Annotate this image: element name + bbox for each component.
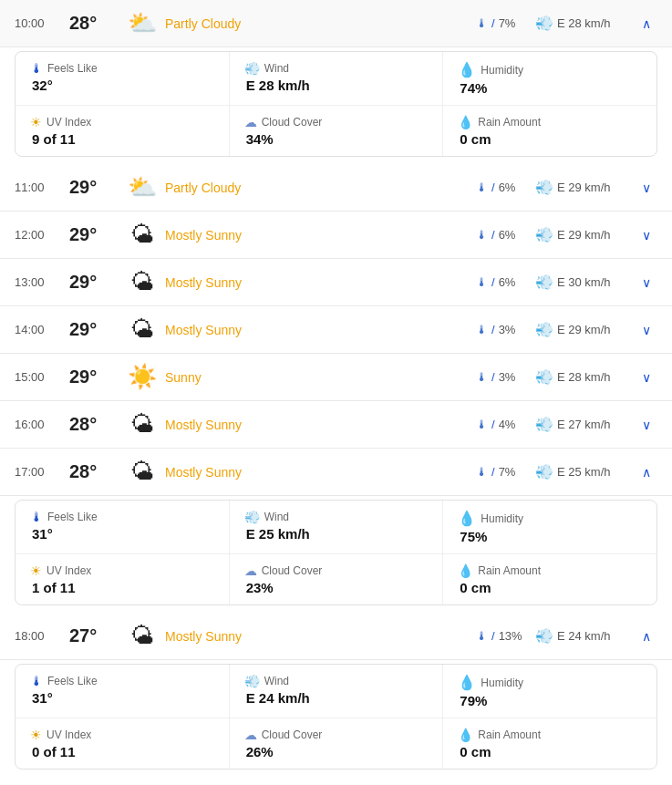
expand-chevron[interactable]: ∨ <box>636 370 657 385</box>
condition-label: Mostly Sunny <box>165 275 476 290</box>
hour-row[interactable]: 15:00 29° ☀️ Sunny 🌡 / 3% 💨 E 28 km/h ∨ <box>0 354 672 401</box>
temperature: 27° <box>69 625 119 646</box>
rain-drop-icon: 🌡 <box>476 228 488 242</box>
detail-row-bottom: ☀ UV Index 1 of 11 ☁ Cloud Cover 23% 💧 <box>16 554 656 604</box>
time-label: 10:00 <box>15 16 69 30</box>
hour-row[interactable]: 18:00 27° 🌤 Mostly Sunny 🌡 / 13% 💨 E 24 … <box>0 613 672 660</box>
weather-icon: 🌤 <box>119 268 165 296</box>
rain-probability: 🌡 / 13% <box>476 629 535 643</box>
wind-icon: 💨 <box>535 321 553 338</box>
hour-row[interactable]: 10:00 28° ⛅ Partly Cloudy 🌡 / 7% 💨 E 28 … <box>0 0 672 47</box>
expand-chevron[interactable]: ∧ <box>636 16 657 31</box>
weather-icon: 🌤 <box>119 410 165 439</box>
expand-chevron[interactable]: ∨ <box>636 418 657 432</box>
hour-row[interactable]: 17:00 28° 🌤 Mostly Sunny 🌡 / 7% 💨 E 25 k… <box>0 449 672 496</box>
detail-row-top: 🌡 Feels Like 31° 💨 Wind E 25 km/h 💧 H <box>16 501 656 554</box>
wind-speed: 💨 E 27 km/h <box>535 416 636 433</box>
feels-like-cell: 🌡 Feels Like 31° <box>16 665 230 718</box>
cloud-icon: ☁ <box>244 728 257 742</box>
wind-value: E 28 km/h <box>244 77 429 93</box>
expand-chevron[interactable]: ∨ <box>636 275 657 290</box>
rain-drop-icon: 🌡 <box>476 323 488 336</box>
time-label: 18:00 <box>15 629 69 643</box>
time-label: 12:00 <box>15 228 69 242</box>
wind-icon: 💨 <box>535 179 553 196</box>
uv-cell: ☀ UV Index 0 of 11 <box>16 718 230 769</box>
detail-panel: 🌡 Feels Like 31° 💨 Wind E 24 km/h 💧 H <box>15 664 657 770</box>
weather-app: 10:00 28° ⛅ Partly Cloudy 🌡 / 7% 💨 E 28 … <box>0 0 672 770</box>
uv-label: ☀ UV Index <box>30 115 214 129</box>
rain-amount-value: 0 cm <box>458 580 642 595</box>
time-label: 13:00 <box>15 275 69 289</box>
detail-panel: 🌡 Feels Like 31° 💨 Wind E 25 km/h 💧 H <box>15 500 657 605</box>
temperature: 29° <box>69 177 119 198</box>
hour-row[interactable]: 12:00 29° 🌤 Mostly Sunny 🌡 / 6% 💨 E 29 k… <box>0 212 672 259</box>
humidity-value: 79% <box>458 693 642 708</box>
wind-detail-icon: 💨 <box>244 61 260 76</box>
expand-chevron[interactable]: ∧ <box>636 465 657 480</box>
condition-label: Mostly Sunny <box>165 629 476 644</box>
hour-row[interactable]: 14:00 29° 🌤 Mostly Sunny 🌡 / 3% 💨 E 29 k… <box>0 306 672 354</box>
time-label: 14:00 <box>15 323 69 336</box>
rain-amount-label: 💧 Rain Amount <box>458 728 642 742</box>
expand-chevron[interactable]: ∧ <box>636 629 657 644</box>
condition-label: Mostly Sunny <box>165 228 476 243</box>
uv-icon: ☀ <box>30 563 42 578</box>
temperature: 29° <box>69 272 119 293</box>
detail-row-bottom: ☀ UV Index 0 of 11 ☁ Cloud Cover 26% 💧 <box>16 718 656 769</box>
humidity-cell: 💧 Humidity 79% <box>443 665 656 718</box>
rain-amount-cell: 💧 Rain Amount 0 cm <box>443 554 656 604</box>
wind-speed: 💨 E 28 km/h <box>535 15 636 32</box>
temperature: 28° <box>69 461 119 482</box>
uv-value: 1 of 11 <box>30 580 214 595</box>
detail-row-top: 🌡 Feels Like 31° 💨 Wind E 24 km/h 💧 H <box>16 665 656 718</box>
expand-chevron[interactable]: ∨ <box>636 323 657 337</box>
rain-amount-value: 0 cm <box>458 744 642 759</box>
expand-chevron[interactable]: ∨ <box>636 228 657 243</box>
temperature: 29° <box>69 224 119 245</box>
temperature: 29° <box>69 319 119 340</box>
wind-detail-icon: 💨 <box>244 510 260 524</box>
hour-row[interactable]: 13:00 29° 🌤 Mostly Sunny 🌡 / 6% 💨 E 30 k… <box>0 259 672 306</box>
cloud-value: 26% <box>244 744 429 759</box>
feels-like-cell: 🌡 Feels Like 32° <box>16 52 230 105</box>
rain-probability: 🌡 / 6% <box>476 275 535 289</box>
rain-probability: 🌡 / 4% <box>476 418 535 431</box>
rain-probability: 🌡 / 3% <box>476 370 535 384</box>
weather-icon: 🌤 <box>119 315 165 344</box>
hour-row[interactable]: 11:00 29° ⛅ Partly Cloudy 🌡 / 6% 💨 E 29 … <box>0 164 672 212</box>
rain-icon: 💧 <box>458 563 473 578</box>
feels-like-label: 🌡 Feels Like <box>30 61 214 76</box>
wind-label: 💨 Wind <box>244 61 429 76</box>
rain-amount-label: 💧 Rain Amount <box>458 563 642 578</box>
humidity-cell: 💧 Humidity 75% <box>443 501 656 553</box>
detail-panel: 🌡 Feels Like 32° 💨 Wind E 28 km/h 💧 H <box>15 51 657 157</box>
feels-like-value: 32° <box>30 77 214 93</box>
hour-row[interactable]: 16:00 28° 🌤 Mostly Sunny 🌡 / 4% 💨 E 27 k… <box>0 401 672 449</box>
cloud-cell: ☁ Cloud Cover 23% <box>230 554 444 604</box>
wind-icon: 💨 <box>535 627 553 645</box>
rain-drop-icon: 🌡 <box>476 370 488 384</box>
wind-icon: 💨 <box>535 226 553 243</box>
wind-icon: 💨 <box>535 463 553 480</box>
humidity-icon: 💧 <box>458 61 476 78</box>
temperature: 29° <box>69 367 119 387</box>
humidity-icon: 💧 <box>458 674 476 691</box>
uv-cell: ☀ UV Index 9 of 11 <box>16 106 230 156</box>
humidity-cell: 💧 Humidity 74% <box>443 52 656 105</box>
weather-icon: 🌤 <box>119 458 165 486</box>
cloud-value: 34% <box>244 131 429 147</box>
thermometer-icon: 🌡 <box>30 674 43 688</box>
expand-chevron[interactable]: ∨ <box>636 181 657 195</box>
humidity-icon: 💧 <box>458 510 476 527</box>
wind-label: 💨 Wind <box>244 510 429 524</box>
rain-probability: 🌡 / 7% <box>476 465 535 479</box>
uv-label: ☀ UV Index <box>30 728 214 742</box>
rain-drop-icon: 🌡 <box>476 418 488 431</box>
weather-icon: ⛅ <box>119 9 165 37</box>
condition-label: Mostly Sunny <box>165 323 476 337</box>
rain-drop-icon: 🌡 <box>476 275 488 289</box>
humidity-label: 💧 Humidity <box>458 61 642 78</box>
detail-row-top: 🌡 Feels Like 32° 💨 Wind E 28 km/h 💧 H <box>16 52 656 106</box>
cloud-icon: ☁ <box>244 563 257 578</box>
